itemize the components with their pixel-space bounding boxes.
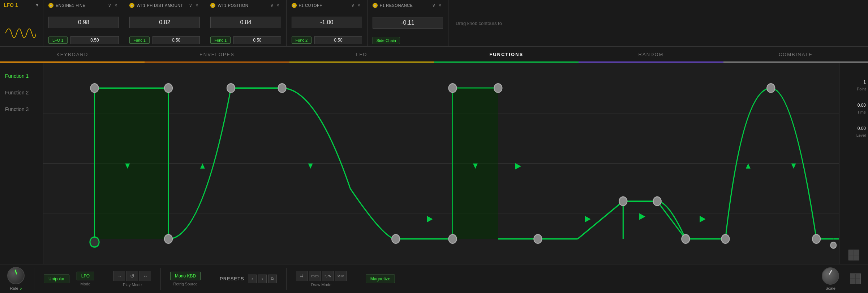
mod-source-btn-f1-resonance[interactable]: Side Chain	[373, 37, 400, 44]
svg-point-15	[682, 234, 689, 243]
polarity-group: Unipolar	[44, 275, 69, 283]
close-btn-f1-resonance[interactable]: ×	[437, 2, 443, 9]
svg-point-10	[448, 84, 456, 92]
preset-copy-btn[interactable]: ⧉	[268, 275, 277, 283]
separator-4	[210, 268, 210, 290]
close-btn-wt1-position[interactable]: ×	[275, 2, 281, 9]
tab-keyboard[interactable]: KEYBOARD	[0, 47, 145, 63]
grid-button[interactable]	[848, 250, 859, 260]
play-mode-group: → ↺ ↔ Play Mode	[113, 271, 151, 287]
lfo-chevron[interactable]: ▼	[35, 3, 39, 8]
mod-slot-header: ● ENGINE1 FINE ∨ ×	[48, 2, 119, 9]
svg-text:▼: ▼	[124, 161, 132, 170]
tab-random[interactable]: RANDOM	[579, 47, 723, 63]
magnetize-button[interactable]: Magnetize	[366, 275, 395, 283]
mod-slot-engine1-fine: ● ENGINE1 FINE ∨ × 0.98 LFO 1 0.50	[43, 0, 124, 46]
tab-combinate[interactable]: COMBINATE	[723, 47, 868, 63]
expand-btn-engine1-fine[interactable]: ∨	[107, 2, 113, 9]
expand-btn-f1-resonance[interactable]: ∨	[431, 2, 437, 9]
scale-label: Scale	[825, 286, 835, 290]
mod-source-btn-wt1-ph-dist[interactable]: Func 1	[129, 37, 150, 44]
tab-envelopes[interactable]: ENVELOPES	[145, 47, 289, 63]
sidebar-item-function2[interactable]: Function 2	[4, 87, 39, 98]
drag-hint: Drag knob contours to	[448, 0, 868, 46]
power-btn-f1-resonance[interactable]: ●	[373, 3, 378, 8]
power-btn-engine1-fine[interactable]: ●	[48, 3, 53, 8]
svg-text:▶: ▶	[639, 211, 645, 221]
mod-slot-label: ENGINE1 FINE	[56, 3, 107, 8]
lfo-label: LFO 1	[4, 2, 18, 8]
preset-next-btn[interactable]: ›	[258, 275, 267, 283]
play-mode-arrow-btn[interactable]: →	[113, 271, 125, 281]
mod-slot-value-wt1-ph-dist[interactable]: 0.82	[129, 17, 200, 28]
bottom-bar: Rate ♪ Unipolar LFO Mode → ↺ ↔ Play Mode…	[0, 264, 868, 293]
function-canvas: ▼ ▲ ▼ ▼ ▶ ▶ ▶ ▶ ▲ ▼ ▶	[43, 63, 839, 264]
power-btn-f1-cutoff[interactable]: ●	[292, 3, 297, 8]
random-grid-btn[interactable]	[850, 273, 861, 284]
scale-knob[interactable]	[822, 267, 839, 285]
play-mode-pingpong-btn[interactable]: ↔	[139, 271, 151, 281]
tab-lfo[interactable]: LFO	[289, 47, 434, 63]
separator-3	[160, 268, 161, 290]
mod-slot-f1-resonance: ● F1 RESONANCE ∨ × -0.11 Side Chain	[368, 0, 448, 46]
separator-2	[104, 268, 104, 290]
mod-source-btn-f1-cutoff[interactable]: Func 2	[292, 37, 312, 44]
expand-btn-wt1-ph-dist[interactable]: ∨	[188, 2, 194, 9]
svg-point-3	[91, 84, 99, 92]
mod-source-btn-wt1-position[interactable]: Func 1	[210, 37, 231, 44]
svg-text:▼: ▼	[306, 161, 314, 170]
svg-point-18	[812, 234, 820, 243]
draw-icon-node[interactable]: ⌗	[296, 271, 308, 281]
mod-source-btn-engine1-fine[interactable]: LFO 1	[48, 37, 68, 44]
expand-btn-f1-cutoff[interactable]: ∨	[350, 2, 356, 9]
point-value: 1	[842, 80, 866, 85]
power-btn-wt1-ph-dist[interactable]: ●	[129, 3, 134, 8]
sidebar-item-function1[interactable]: Function 1	[4, 70, 39, 82]
play-mode-icons: → ↺ ↔	[113, 271, 151, 281]
presets-label: PRESETS	[220, 276, 244, 281]
separator-5	[286, 268, 287, 290]
sidebar-item-function3[interactable]: Function 3	[4, 103, 39, 115]
main-content: Function 1Function 2Function 3	[0, 63, 868, 264]
rate-knob[interactable]	[7, 267, 25, 284]
close-btn-f1-cutoff[interactable]: ×	[356, 2, 362, 9]
svg-point-9	[448, 234, 456, 243]
retrig-button[interactable]: Mono KBD	[170, 272, 201, 280]
level-value: 0.00	[842, 126, 866, 131]
draw-icon-wave[interactable]: ∿∿	[322, 271, 334, 281]
svg-point-17	[767, 84, 775, 92]
mod-slot-value-f1-resonance[interactable]: -0.11	[373, 17, 443, 29]
draw-icon-bar[interactable]: ▭▭	[309, 271, 321, 281]
mod-slot-label: F1 CUTOFF	[299, 3, 350, 8]
play-mode-loop-btn[interactable]: ↺	[126, 271, 138, 281]
polarity-button[interactable]: Unipolar	[44, 275, 69, 283]
mode-button[interactable]: LFO	[77, 272, 94, 280]
mod-slot-value-engine1-fine[interactable]: 0.98	[48, 17, 119, 28]
canvas-area: ▼ ▲ ▼ ▼ ▶ ▶ ▶ ▶ ▲ ▼ ▶	[43, 63, 839, 264]
scale-knob-container: Scale	[822, 267, 839, 290]
mod-amount-f1-cutoff[interactable]: 0.50	[314, 36, 362, 44]
expand-btn-wt1-position[interactable]: ∨	[269, 2, 275, 9]
rate-sync-icon[interactable]: ♪	[20, 286, 22, 291]
preset-prev-btn[interactable]: ‹	[248, 275, 257, 283]
mod-amount-wt1-ph-dist[interactable]: 0.50	[152, 36, 200, 44]
svg-text:▼: ▼	[471, 161, 479, 170]
retrig-label: Retrig Source	[173, 282, 197, 286]
lfo-waveform	[4, 22, 36, 44]
mod-slot-bottom: Side Chain	[373, 37, 443, 44]
tab-functions[interactable]: FUNCTIONS	[434, 47, 579, 63]
close-btn-engine1-fine[interactable]: ×	[113, 2, 119, 9]
mod-slot-value-wt1-position[interactable]: 0.84	[210, 17, 281, 28]
svg-point-7	[278, 84, 286, 92]
svg-point-8	[392, 234, 400, 243]
svg-point-4	[164, 84, 172, 92]
mod-slots-container: ● ENGINE1 FINE ∨ × 0.98 LFO 1 0.50 ● WT1…	[43, 0, 448, 46]
mod-amount-wt1-position[interactable]: 0.50	[233, 36, 281, 44]
draw-icon-wave2[interactable]: ≋≋	[335, 271, 347, 281]
mod-amount-engine1-fine[interactable]: 0.50	[70, 36, 119, 44]
draw-mode-label: Draw Mode	[311, 283, 331, 287]
power-btn-wt1-position[interactable]: ●	[210, 3, 215, 8]
mod-slot-value-f1-cutoff[interactable]: -1.00	[292, 17, 362, 28]
right-panel: 1 Point 0.00 Time 0.00 Level	[839, 63, 868, 264]
close-btn-wt1-ph-dist[interactable]: ×	[194, 2, 200, 9]
